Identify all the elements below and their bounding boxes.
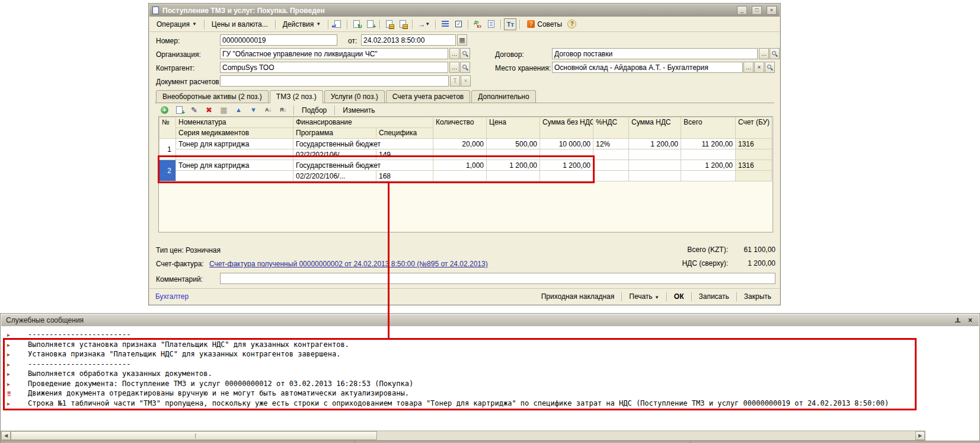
cell-program[interactable]: 02/2/202/106/ bbox=[293, 149, 376, 160]
tab-additional[interactable]: Дополнительно bbox=[471, 90, 535, 103]
ellipsis-icon[interactable]: … bbox=[449, 62, 459, 73]
actions-menu-button[interactable]: Действия▼ bbox=[279, 18, 325, 30]
cell-qty[interactable]: 20,000 bbox=[433, 139, 487, 149]
move-up-icon[interactable]: ▲ bbox=[232, 104, 245, 116]
message-line[interactable]: ------------------------ bbox=[1, 330, 979, 340]
maximize-button[interactable]: □ bbox=[752, 6, 762, 15]
add-copy-row-icon[interactable]: + bbox=[173, 104, 186, 116]
cell-total[interactable]: 11 200,00 bbox=[681, 139, 736, 149]
print-button[interactable]: Печать ▼ bbox=[627, 291, 662, 302]
pick-button[interactable]: Подбор bbox=[298, 105, 330, 116]
move-down-icon[interactable]: ▼ bbox=[247, 104, 260, 116]
clear-x-icon[interactable]: × bbox=[754, 62, 764, 73]
message-line[interactable]: Установка признака "Плательщик НДС" для … bbox=[1, 349, 979, 359]
tab-tmz[interactable]: ТМЗ (2 поз.) bbox=[270, 90, 323, 103]
invoice-link[interactable]: Счет-фактура полученный 00000000002 от 2… bbox=[209, 259, 488, 269]
grid-row-2-sub[interactable]: 02/2/202/106/... 168 bbox=[159, 171, 772, 181]
comment-input[interactable] bbox=[220, 273, 775, 284]
cell-account[interactable]: 1316 bbox=[736, 139, 772, 149]
cell-nomenclature[interactable]: Тонер для картриджа bbox=[176, 139, 293, 149]
magnifier-icon[interactable] bbox=[460, 48, 470, 59]
cell-qty[interactable]: 1,000 bbox=[433, 160, 487, 171]
cell-vat-sum[interactable]: 1 200,00 bbox=[629, 139, 681, 149]
grid-row-1-sub[interactable]: 02/2/202/106/ 149 bbox=[159, 149, 772, 160]
message-line[interactable]: Проведение документа: Поступление ТМЗ и … bbox=[1, 379, 979, 389]
scrollbar-thumb[interactable] bbox=[11, 431, 377, 440]
cell-financing[interactable]: Государственный бюджет bbox=[293, 139, 433, 149]
grid-row-1[interactable]: 1 Тонер для картриджа Государственный бю… bbox=[159, 139, 772, 149]
add-copy-page-icon[interactable]: + bbox=[364, 18, 376, 30]
money-in-icon[interactable] bbox=[383, 18, 395, 30]
cell-account[interactable]: 1316 bbox=[736, 160, 772, 171]
grid-row-2-selected[interactable]: 2 Тонер для картриджа Государственный бю… bbox=[159, 160, 772, 171]
help-icon[interactable]: ? bbox=[567, 20, 576, 28]
settlement-doc-input[interactable] bbox=[220, 75, 449, 87]
cell-sum-no-vat[interactable]: 1 200,00 bbox=[540, 160, 593, 171]
postings-dtkt-icon[interactable]: ДтКт bbox=[471, 18, 484, 30]
cell-total[interactable]: 1 200,00 bbox=[681, 160, 736, 171]
cell-vat-percent[interactable] bbox=[593, 160, 629, 171]
calendar-icon[interactable]: ▦ bbox=[457, 34, 467, 46]
horizontal-scrollbar[interactable]: ◀ ▶ bbox=[1, 431, 925, 441]
contractor-input[interactable] bbox=[220, 62, 448, 73]
add-row-icon[interactable]: + bbox=[158, 104, 171, 116]
edit-row-icon[interactable]: ✎ bbox=[188, 104, 200, 116]
check-marks-icon[interactable]: ✓ bbox=[452, 18, 465, 30]
cell-program[interactable]: 02/2/202/106/... bbox=[293, 171, 376, 181]
message-line[interactable]: Выполняется обработка указанных документ… bbox=[1, 369, 979, 379]
tab-settlement-accounts[interactable]: Счета учета расчетов bbox=[386, 90, 470, 103]
cell-series[interactable] bbox=[176, 149, 293, 160]
close-doc-button[interactable]: Закрыть bbox=[742, 291, 774, 302]
selected-row-number[interactable]: 2 bbox=[159, 160, 176, 181]
pin-icon[interactable] bbox=[954, 317, 962, 324]
magnifier-icon[interactable] bbox=[460, 62, 470, 73]
sort-desc-icon[interactable]: Я↓ bbox=[277, 104, 289, 116]
message-line[interactable]: ------------------------ bbox=[1, 359, 979, 369]
warehouse-input[interactable] bbox=[552, 62, 743, 73]
date-input[interactable] bbox=[361, 34, 456, 46]
cell-vat-sum[interactable] bbox=[629, 160, 681, 171]
scroll-left-icon[interactable]: ◀ bbox=[1, 431, 11, 440]
tab-services[interactable]: Услуги (0 поз.) bbox=[324, 90, 385, 103]
ellipsis-icon[interactable]: … bbox=[743, 62, 754, 73]
operation-menu-button[interactable]: Операция▼ bbox=[152, 18, 201, 30]
ellipsis-icon[interactable]: … bbox=[449, 48, 459, 59]
clear-x-icon[interactable]: × bbox=[461, 75, 471, 87]
description-toggle-icon[interactable]: Тт bbox=[504, 18, 516, 30]
message-line-warning[interactable]: Движения документа отредактированы вручн… bbox=[1, 388, 979, 399]
responsible-link[interactable]: Бухгалтер bbox=[155, 292, 189, 301]
close-button[interactable]: × bbox=[767, 6, 777, 15]
magnifier-icon[interactable] bbox=[770, 48, 780, 59]
ok-button[interactable]: ОК bbox=[672, 291, 687, 302]
change-button[interactable]: Изменить bbox=[339, 105, 378, 116]
tab-fixed-assets[interactable]: Внеоборотные активы (2 поз.) bbox=[156, 90, 269, 103]
cell-specifics[interactable]: 168 bbox=[376, 171, 433, 181]
structure-icon[interactable] bbox=[439, 18, 451, 30]
cell-series[interactable] bbox=[176, 171, 293, 181]
sort-asc-icon[interactable]: А↓ bbox=[262, 104, 274, 116]
enter-based-on-icon[interactable]: →▼ bbox=[416, 18, 432, 30]
grid-settings-icon[interactable]: ▦ bbox=[218, 104, 230, 116]
cell-price[interactable]: 500,00 bbox=[487, 139, 540, 149]
refresh-icon[interactable]: ↻ bbox=[350, 18, 363, 30]
cell-specifics[interactable]: 149 bbox=[376, 149, 433, 160]
organization-input[interactable] bbox=[220, 48, 448, 59]
movements-report-icon[interactable] bbox=[485, 18, 497, 30]
close-messages-icon[interactable]: × bbox=[966, 317, 974, 324]
money-out-icon[interactable] bbox=[397, 18, 409, 30]
contract-input[interactable] bbox=[552, 48, 758, 59]
prices-currency-button[interactable]: Цены и валюта... bbox=[208, 18, 272, 30]
cell-vat-percent[interactable]: 12% bbox=[593, 139, 629, 149]
type-t-icon[interactable]: Т bbox=[450, 75, 460, 87]
delete-row-icon[interactable]: ✖ bbox=[203, 104, 215, 116]
minimize-button[interactable]: _ bbox=[737, 6, 747, 15]
advice-button[interactable]: ?Советы bbox=[523, 18, 566, 30]
number-input[interactable] bbox=[220, 34, 337, 46]
save-button[interactable]: Записать bbox=[697, 291, 732, 302]
message-line[interactable]: Выполняется установка признака "Плательщ… bbox=[1, 340, 979, 350]
magnifier-icon[interactable] bbox=[765, 62, 775, 73]
cell-price[interactable]: 1 200,00 bbox=[487, 160, 540, 171]
scroll-right-icon[interactable]: ▶ bbox=[915, 431, 925, 440]
message-line[interactable]: Строка №1 табличной части "ТМЗ" пропущен… bbox=[1, 399, 979, 409]
ellipsis-icon[interactable]: … bbox=[759, 48, 769, 59]
